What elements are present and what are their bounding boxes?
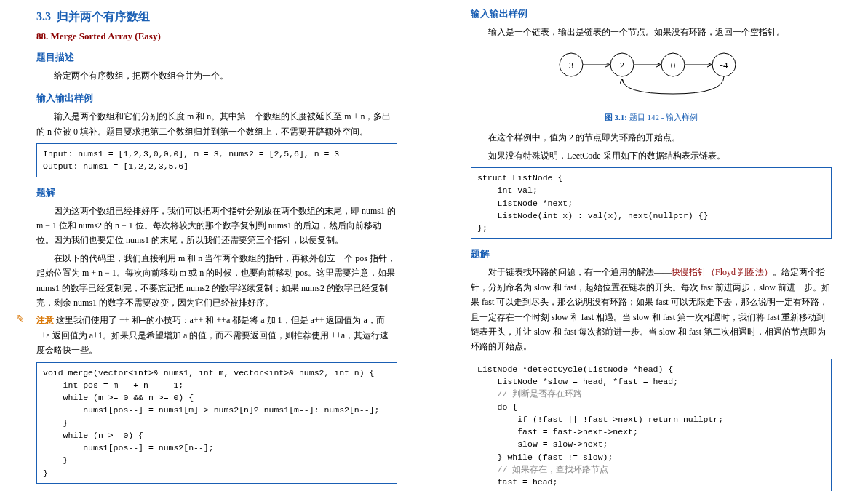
node-1-text: 2 bbox=[620, 60, 625, 71]
figure-caption: 图 3.1: 题目 142 - 输入样例 bbox=[471, 112, 832, 123]
io-text: 输入是两个数组和它们分别的长度 m 和 n。其中第一个数组的长度被延长至 m +… bbox=[36, 109, 397, 139]
figure-caption-prefix: 图 3.1: bbox=[605, 113, 627, 121]
node-0-text: 3 bbox=[569, 60, 574, 71]
io-code-block: Input: nums1 = [1,2,3,0,0,0], m = 3, num… bbox=[36, 143, 397, 177]
subheading-io: 输入输出样例 bbox=[36, 92, 397, 105]
linked-list-figure: 3 2 0 -4 图 3.1: 题目 142 - 输入样例 bbox=[471, 47, 832, 123]
detect-cycle-code-block: ListNode *detectCycle(ListNode *head) { … bbox=[471, 359, 832, 491]
two-page-spread: 3.3 归并两个有序数组 88. Merge Sorted Array (Eas… bbox=[0, 0, 868, 491]
subheading-description: 题目描述 bbox=[36, 51, 397, 64]
problem-number: 88. bbox=[36, 31, 48, 41]
node-3-text: -4 bbox=[720, 60, 728, 71]
figure-caption-text: 题目 142 - 输入样例 bbox=[627, 113, 698, 121]
solution-para-1: 因为这两个数组已经排好序，我们可以把两个指针分别放在两个数组的末尾，即 nums… bbox=[36, 204, 397, 248]
warning-text: 这里我们使用了 ++ 和--的小技巧：a++ 和 ++a 都是将 a 加 1，但… bbox=[36, 315, 389, 355]
io-text-2: 在这个样例中，值为 2 的节点即为环路的开始点。 bbox=[471, 130, 832, 145]
sol-text-b: 。给定两个指针，分别命名为 slow 和 fast，起始位置在链表的开头。每次 … bbox=[471, 267, 830, 351]
io-text-right: 输入是一个链表，输出是链表的一个节点。如果没有环路，返回一个空指针。 bbox=[471, 25, 832, 39]
section-number: 3.3 bbox=[36, 10, 51, 23]
sol-text-a: 对于链表找环路的问题，有一个通用的解法—— bbox=[488, 267, 672, 277]
merge-code-block: void merge(vector<int>& nums1, int m, ve… bbox=[36, 362, 397, 484]
solution-right-para: 对于链表找环路的问题，有一个通用的解法——快慢指针（Floyd 判圈法）。给定两… bbox=[471, 265, 832, 354]
subheading-io-right: 输入输出样例 bbox=[471, 7, 832, 20]
merge-code-text: void merge(vector<int>& nums1, int m, ve… bbox=[43, 368, 379, 478]
section-title: 归并两个有序数组 bbox=[57, 10, 150, 23]
problem-title: Merge Sorted Array (Easy) bbox=[51, 31, 161, 41]
section-heading: 3.3 归并两个有序数组 bbox=[36, 9, 397, 25]
solution-para-2: 在以下的代码里，我们直接利用 m 和 n 当作两个数组的指针，再额外创立一个 p… bbox=[36, 251, 397, 311]
warning-label: 注意 bbox=[36, 315, 54, 325]
problem-heading: 88. Merge Sorted Array (Easy) bbox=[36, 31, 397, 42]
node-2-text: 0 bbox=[671, 60, 676, 71]
warning-margin-icon: ✎ bbox=[16, 313, 25, 325]
right-page: 输入输出样例 输入是一个链表，输出是链表的一个节点。如果没有环路，返回一个空指针… bbox=[434, 0, 868, 491]
struct-code-block: struct ListNode { int val; ListNode *nex… bbox=[471, 167, 832, 239]
subheading-solution-right: 题解 bbox=[471, 247, 832, 260]
description-text: 给定两个有序数组，把两个数组合并为一个。 bbox=[36, 68, 397, 83]
subheading-solution: 题解 bbox=[36, 186, 397, 199]
solution-para-3-warning: 注意 这里我们使用了 ++ 和--的小技巧：a++ 和 ++a 都是将 a 加 … bbox=[36, 313, 397, 357]
floyd-link[interactable]: 快慢指针（Floyd 判圈法） bbox=[672, 267, 773, 277]
io-text-3: 如果没有特殊说明，LeetCode 采用如下的数据结构表示链表。 bbox=[471, 148, 832, 163]
left-page: 3.3 归并两个有序数组 88. Merge Sorted Array (Eas… bbox=[0, 0, 434, 491]
linked-list-svg: 3 2 0 -4 bbox=[542, 47, 760, 105]
